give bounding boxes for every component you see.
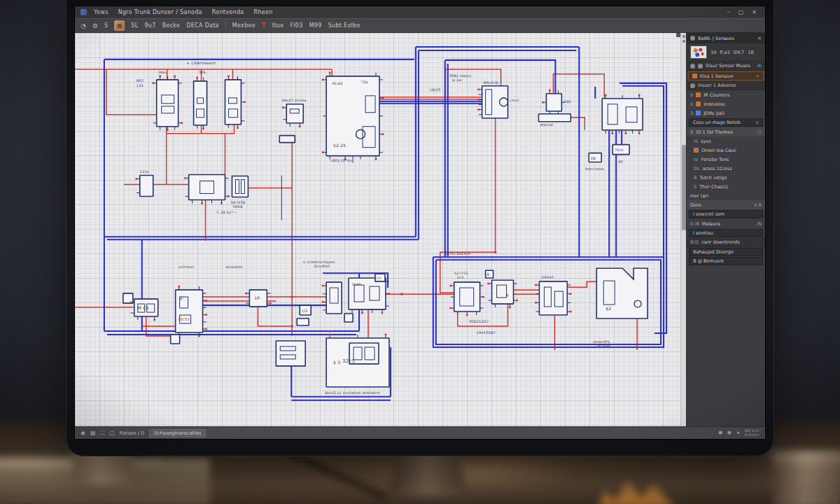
photo-scene: YewsNgro Trunk Dunser / SanodaRontvondaR… <box>0 0 840 504</box>
vignette <box>0 0 840 504</box>
